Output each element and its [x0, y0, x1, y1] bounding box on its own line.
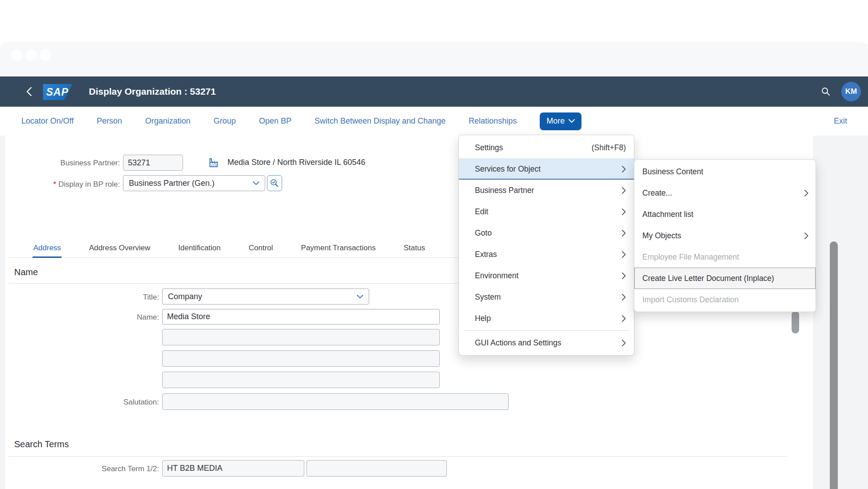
building-icon — [208, 156, 220, 170]
content-scrollbar[interactable] — [792, 311, 799, 333]
business-partner-description: Media Store / North Riverside IL 60546 — [227, 158, 366, 167]
menu-item-goto[interactable]: Goto — [459, 222, 634, 244]
tab-address-overview[interactable]: Address Overview — [89, 238, 150, 258]
business-partner-input[interactable] — [123, 155, 183, 171]
search-icon — [821, 87, 831, 96]
menu-item-extras[interactable]: Extras — [459, 244, 634, 265]
more-button-label: More — [546, 116, 565, 126]
menu-item-label: Import Customs Declaration — [642, 295, 739, 305]
submenu-item-create-live-letter-document-inplace[interactable]: Create Live Letter Document (Inplace) — [634, 268, 816, 289]
menu-separator — [463, 330, 629, 331]
menu-item-business-partner[interactable]: Business Partner — [459, 180, 634, 201]
menu-item-label: Create Live Letter Document (Inplace) — [642, 274, 774, 283]
chevron-right-icon — [622, 251, 626, 258]
chevron-right-icon — [622, 230, 626, 236]
menubar-item-exit[interactable]: Exit — [834, 116, 847, 126]
page-scrollbar[interactable] — [830, 241, 838, 489]
chevron-down-icon — [357, 295, 363, 299]
section-divider — [9, 456, 788, 457]
menu-item-label: Business Partner — [475, 186, 534, 195]
title-value: Company — [168, 292, 357, 301]
section-title-search-terms: Search Terms — [14, 439, 69, 449]
chevron-right-icon — [622, 294, 626, 301]
chevron-right-icon — [622, 208, 626, 215]
page-title: Display Organization : 53271 — [89, 76, 216, 107]
name-line-3-input[interactable] — [162, 350, 440, 367]
salutation-input[interactable] — [162, 393, 509, 410]
menu-item-label: Attachment list — [642, 210, 693, 219]
menu-item-settings[interactable]: Settings (Shift+F8) — [459, 137, 634, 158]
tab-identification[interactable]: Identification — [178, 238, 220, 258]
search-term-1-input[interactable] — [162, 460, 304, 477]
tab-control[interactable]: Control — [249, 238, 273, 258]
screen: SAP Display Organization : 53271 KM Loca… — [0, 0, 868, 489]
chevron-right-icon — [622, 166, 626, 172]
section-title-name: Name — [14, 267, 38, 277]
tab-status[interactable]: Status — [404, 238, 425, 258]
menubar-item-switch-display-change[interactable]: Switch Between Display and Change — [315, 116, 446, 126]
menu-item-system[interactable]: System — [459, 286, 634, 308]
name-input[interactable] — [162, 309, 440, 325]
menubar-item-person[interactable]: Person — [97, 116, 122, 126]
search-button[interactable] — [821, 87, 831, 96]
menu-item-label: Environment — [475, 271, 518, 281]
submenu-item-business-content[interactable]: Business Content — [634, 161, 816, 182]
salutation-label: Salutation: — [44, 398, 159, 407]
menubar-item-relationships[interactable]: Relationships — [469, 116, 517, 126]
chevron-right-icon — [622, 187, 626, 194]
shell-header: SAP Display Organization : 53271 KM — [0, 76, 868, 107]
menubar-item-locator-on-off[interactable]: Locator On/Off — [21, 116, 74, 126]
submenu-item-my-objects[interactable]: My Objects — [634, 225, 816, 246]
back-chevron-icon — [26, 87, 32, 96]
menu-item-label: Extras — [475, 250, 497, 259]
action-menubar: Locator On/Off Person Organization Group… — [0, 107, 868, 136]
chevron-right-icon — [804, 190, 808, 196]
menu-item-gui-actions-and-settings[interactable]: GUI Actions and Settings — [459, 332, 634, 353]
menu-item-help[interactable]: Help — [459, 308, 634, 329]
window-dot-icon — [11, 49, 23, 61]
chevron-right-icon — [622, 273, 626, 279]
avatar[interactable]: KM — [841, 82, 861, 101]
submenu-item-create[interactable]: Create... — [634, 182, 816, 204]
name-line-4-input[interactable] — [162, 372, 440, 388]
menu-item-services-for-object[interactable]: Services for Object — [459, 158, 634, 180]
window-chrome-band — [0, 42, 868, 76]
menu-item-label: System — [475, 293, 501, 302]
value-help-button[interactable] — [267, 175, 282, 191]
shell-actions: KM — [821, 76, 861, 107]
chevron-right-icon — [622, 315, 626, 322]
services-for-object-submenu: Business Content Create... Attachment li… — [634, 159, 816, 312]
menubar-item-group[interactable]: Group — [214, 116, 236, 126]
sap-logo: SAP — [43, 84, 72, 100]
chevron-down-icon — [569, 119, 575, 123]
tab-address[interactable]: Address — [33, 238, 61, 258]
name-line-2-input[interactable] — [162, 329, 440, 345]
submenu-item-import-customs-declaration: Import Customs Declaration — [634, 289, 816, 310]
more-button[interactable]: More — [540, 112, 581, 130]
submenu-item-attachment-list[interactable]: Attachment list — [634, 204, 816, 225]
search-check-icon — [270, 178, 279, 188]
window-dot-icon — [40, 49, 51, 61]
menu-item-label: Settings — [475, 143, 503, 152]
chevron-down-icon — [253, 181, 259, 185]
more-menu: Settings (Shift+F8) Services for Object … — [458, 135, 634, 356]
bp-role-select[interactable]: Business Partner (Gen.) — [123, 175, 265, 191]
title-select[interactable]: Company — [162, 289, 369, 305]
chevron-right-icon — [622, 340, 626, 346]
menu-item-label: GUI Actions and Settings — [475, 338, 561, 348]
tab-payment-transactions[interactable]: Payment Transactions — [301, 238, 376, 258]
menu-item-label: Services for Object — [475, 164, 541, 174]
business-partner-label: Business Partner: — [18, 159, 120, 168]
tab-strip: Address Address Overview Identification … — [33, 238, 425, 258]
menu-item-label: Edit — [475, 207, 488, 216]
menu-item-label: Goto — [475, 228, 492, 238]
menubar-item-organization[interactable]: Organization — [145, 116, 191, 126]
required-asterisk: * — [53, 180, 56, 188]
menu-item-environment[interactable]: Environment — [459, 265, 634, 286]
menu-item-label: Help — [475, 314, 491, 323]
menu-item-edit[interactable]: Edit — [459, 201, 634, 222]
back-button[interactable] — [22, 76, 36, 107]
menu-item-shortcut: (Shift+F8) — [592, 143, 626, 152]
search-term-2-input[interactable] — [307, 460, 447, 477]
menubar-item-open-bp[interactable]: Open BP — [259, 116, 291, 126]
